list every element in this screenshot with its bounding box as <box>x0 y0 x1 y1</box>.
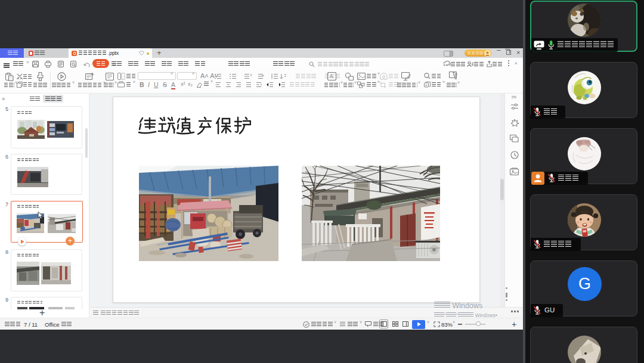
svg-text:A: A <box>330 73 333 79</box>
svg-text:A: A <box>425 83 428 87</box>
